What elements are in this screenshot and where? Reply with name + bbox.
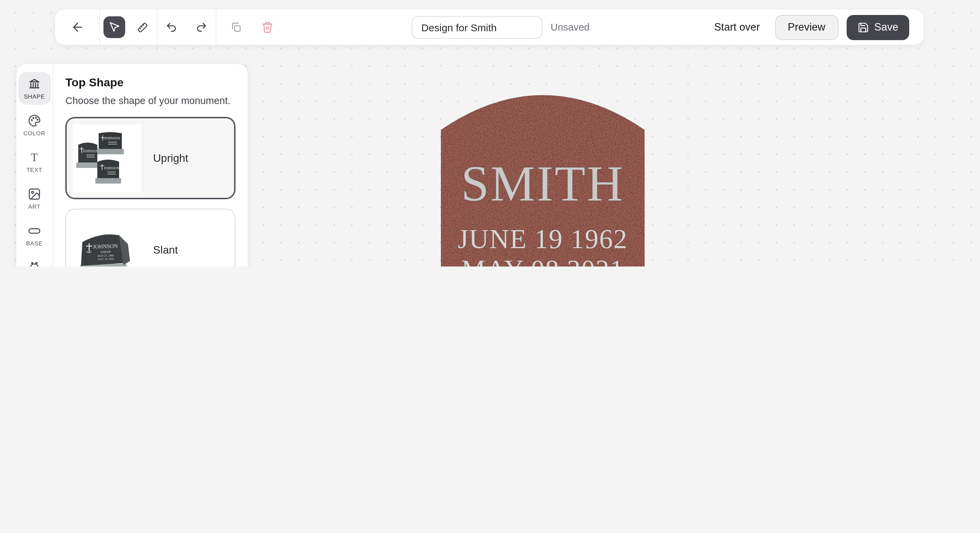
svg-text:JOHNSON: JOHNSON [105, 136, 120, 140]
svg-text:SARAH: SARAH [100, 249, 111, 253]
shape-option-label: Upright [153, 152, 188, 164]
category-rail: SHAPE COLOR T TEXT ART BASE ACC [16, 64, 53, 266]
duplicate-button[interactable] [225, 16, 247, 38]
design-title-input[interactable] [412, 16, 542, 38]
sidebar-item-art[interactable]: ART [18, 182, 51, 215]
shape-panel: Top Shape Choose the shape of your monum… [53, 64, 248, 266]
engraved-death-date[interactable]: MAY 08 2021 [461, 255, 624, 266]
toolbar-right-group: Start over Preview Save [714, 10, 924, 45]
engraved-family-name[interactable]: SMITH [461, 156, 624, 211]
redo-icon [195, 21, 208, 33]
shape-option-slant[interactable]: JOHNSON SARAH MAY 27, 1960 JULY 14, 2023… [65, 209, 235, 266]
measure-tool-button[interactable] [131, 16, 153, 38]
select-tool-button[interactable] [103, 16, 125, 38]
sidebar-item-shape[interactable]: SHAPE [18, 72, 51, 105]
sidebar-item-label: BASE [26, 240, 43, 247]
rounded-rect-icon [27, 224, 41, 238]
engraved-birth-date[interactable]: JUNE 19 1962 [458, 224, 628, 254]
monument-canvas[interactable]: SMITH JUNE 19 1962 MAY 08 2021 [366, 95, 720, 266]
sidebar-item-label: SHAPE [24, 93, 45, 100]
redo-button[interactable] [191, 16, 212, 38]
sidebar-item-label: COLOR [24, 130, 45, 136]
copy-icon [230, 21, 242, 33]
back-button[interactable] [66, 16, 88, 38]
undo-icon [165, 21, 178, 33]
floppy-disk-icon [857, 21, 869, 33]
svg-text:MAY 27, 1960: MAY 27, 1960 [98, 254, 114, 257]
ruler-icon [136, 21, 149, 34]
sidebar-item-acc[interactable]: ACC [18, 255, 51, 266]
svg-text:JOHNSON: JOHNSON [104, 166, 119, 170]
shape-option-upright[interactable]: JOHNSON JOHNSON JOHNSON [65, 117, 235, 199]
panel-title: Top Shape [65, 76, 235, 90]
design-title-group: Unsaved [412, 10, 589, 45]
urn-icon [27, 260, 41, 266]
palette-icon [27, 114, 41, 128]
slant-thumbnail: JOHNSON SARAH MAY 27, 1960 JULY 14, 2023 [73, 216, 141, 266]
undo-button[interactable] [161, 16, 182, 38]
save-button[interactable]: Save [846, 14, 909, 40]
sidebar-item-text[interactable]: T TEXT [18, 146, 51, 178]
shape-option-label: Slant [153, 244, 178, 256]
delete-button[interactable] [256, 16, 278, 38]
top-toolbar: Unsaved Start over Preview Save [55, 10, 924, 45]
cursor-pointer-icon [108, 21, 121, 33]
serif-t-icon: T [27, 150, 41, 165]
sidebar-item-base[interactable]: BASE [18, 219, 51, 252]
back-arrow-icon [70, 21, 84, 34]
sidebar-item-label: ART [28, 203, 40, 210]
landmark-icon [27, 77, 41, 91]
panel-subtitle: Choose the shape of your monument. [65, 95, 235, 106]
shape-options-list: JOHNSON JOHNSON JOHNSON [65, 117, 235, 266]
image-icon [27, 187, 41, 201]
save-button-label: Save [874, 21, 898, 33]
trash-icon [261, 21, 274, 33]
svg-text:JOHNSON: JOHNSON [83, 149, 98, 152]
save-status: Unsaved [550, 22, 589, 33]
svg-text:T: T [31, 151, 38, 163]
svg-text:JULY 14, 2023: JULY 14, 2023 [98, 257, 115, 261]
left-panel: SHAPE COLOR T TEXT ART BASE ACC [16, 64, 248, 266]
monument-designer-app: SMITH JUNE 19 1962 MAY 08 2021 [0, 0, 980, 266]
preview-button[interactable]: Preview [775, 14, 838, 40]
sidebar-item-color[interactable]: COLOR [18, 109, 51, 141]
svg-text:JOHNSON: JOHNSON [93, 243, 118, 249]
upright-thumbnail: JOHNSON JOHNSON JOHNSON [73, 124, 141, 192]
start-over-button[interactable]: Start over [714, 21, 760, 33]
sidebar-item-label: TEXT [27, 167, 43, 173]
